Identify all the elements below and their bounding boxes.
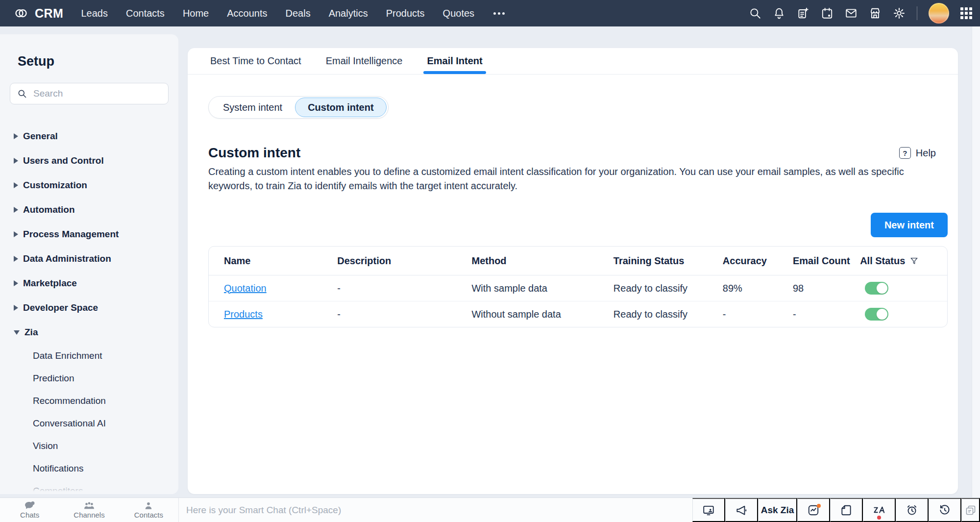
- tab-content: System intent Custom intent Custom inten…: [188, 75, 958, 327]
- cell-accuracy: -: [723, 301, 793, 327]
- chevron-right-icon: [14, 133, 18, 139]
- nav-leads[interactable]: Leads: [81, 8, 108, 19]
- nav-deals[interactable]: Deals: [286, 8, 311, 19]
- notification-dot: [817, 504, 821, 508]
- status-toggle[interactable]: [865, 308, 888, 321]
- cell-description: -: [337, 301, 471, 327]
- email-intent-panel: Best Time to Contact Email Intelligence …: [188, 48, 958, 494]
- sidebar-item-data-enrichment[interactable]: Data Enrichment: [14, 345, 178, 367]
- sidebar-item-conversational-ai[interactable]: Conversational AI: [14, 412, 178, 435]
- copied-items-icon[interactable]: [961, 498, 980, 522]
- intent-type-switch: System intent Custom intent: [208, 96, 389, 119]
- intent-link-quotation[interactable]: Quotation: [224, 283, 267, 294]
- calendar-icon[interactable]: [821, 7, 833, 20]
- avatar[interactable]: [929, 3, 949, 24]
- zia-insights-icon[interactable]: [797, 498, 830, 522]
- scrollbar-track[interactable]: [972, 26, 980, 497]
- search-input[interactable]: [32, 88, 161, 99]
- col-all-status: All Status: [860, 247, 947, 275]
- notes-icon[interactable]: [830, 498, 863, 522]
- help-link[interactable]: ? Help: [899, 147, 936, 159]
- table-row: Products - Without sample data Ready to …: [209, 301, 947, 327]
- chevron-right-icon: [14, 256, 18, 262]
- nav-products[interactable]: Products: [386, 8, 425, 19]
- bottombar: Chats Channels Contacts Ask Zia: [0, 497, 980, 522]
- marketplace-icon[interactable]: [869, 7, 882, 20]
- top-nav: Leads Contacts Home Accounts Deals Analy…: [81, 8, 506, 19]
- sidebar-item-customization[interactable]: Customization: [14, 173, 178, 198]
- topbar: CRM Leads Contacts Home Accounts Deals A…: [0, 0, 980, 26]
- chevron-right-icon: [14, 182, 18, 188]
- zoho-crm-logo-icon: [14, 6, 28, 21]
- tab-email-intelligence[interactable]: Email Intelligence: [326, 48, 403, 74]
- sidebar-item-marketplace[interactable]: Marketplace: [14, 271, 178, 296]
- sidebar-item-general[interactable]: General: [14, 124, 178, 149]
- sidebar-item-users-and-control[interactable]: Users and Control: [14, 149, 178, 173]
- sidebar-item-zia[interactable]: Zia: [14, 320, 178, 345]
- status-toggle[interactable]: [865, 282, 888, 295]
- zia-icon[interactable]: [863, 498, 896, 522]
- brand[interactable]: CRM: [14, 6, 63, 21]
- cell-email-count: -: [793, 301, 860, 327]
- filter-icon[interactable]: [909, 256, 919, 266]
- page-title: Custom intent: [208, 145, 300, 161]
- channels-button[interactable]: Channels: [59, 498, 119, 522]
- sidebar-item-vision[interactable]: Vision: [14, 435, 178, 457]
- contacts-button[interactable]: Contacts: [119, 498, 178, 522]
- apps-grid-icon[interactable]: [960, 7, 972, 19]
- nav-home[interactable]: Home: [183, 8, 209, 19]
- ask-zia-button[interactable]: Ask Zia: [758, 498, 797, 522]
- settings-gear-icon[interactable]: [893, 7, 906, 20]
- cell-method: Without sample data: [471, 301, 613, 327]
- sidebar-item-notifications[interactable]: Notifications: [14, 457, 178, 480]
- sidebar-item-prediction[interactable]: Prediction: [14, 367, 178, 390]
- sidebar-title: Setup: [18, 54, 178, 69]
- brand-name: CRM: [35, 6, 63, 21]
- sidebar-item-automation[interactable]: Automation: [14, 198, 178, 222]
- chevron-right-icon: [14, 231, 18, 237]
- search-icon: [17, 89, 27, 99]
- chat-bubble-icon: [24, 501, 35, 510]
- chats-button[interactable]: Chats: [0, 498, 59, 522]
- nav-accounts[interactable]: Accounts: [227, 8, 267, 19]
- chat-shortcuts: Chats Channels Contacts: [0, 498, 179, 522]
- sidebar-item-recommendation[interactable]: Recommendation: [14, 390, 178, 412]
- custom-intent-option[interactable]: Custom intent: [295, 98, 386, 117]
- sidebar-search[interactable]: [10, 83, 169, 104]
- sidebar-item-data-administration[interactable]: Data Administration: [14, 247, 178, 271]
- sidebar-item-process-management[interactable]: Process Management: [14, 222, 178, 247]
- intent-link-products[interactable]: Products: [224, 309, 263, 320]
- sidebar-item-competitors[interactable]: Competitors: [14, 480, 178, 494]
- zoho-crm-setup-screen: CRM Leads Contacts Home Accounts Deals A…: [0, 0, 980, 522]
- nav-quotes[interactable]: Quotes: [443, 8, 474, 19]
- new-intent-button[interactable]: New intent: [871, 213, 948, 237]
- cell-description: -: [337, 275, 471, 301]
- mail-icon[interactable]: [845, 7, 858, 20]
- system-intent-option[interactable]: System intent: [210, 98, 295, 117]
- col-email-count: Email Count: [793, 247, 860, 275]
- tab-best-time-to-contact[interactable]: Best Time to Contact: [210, 48, 301, 74]
- nav-analytics[interactable]: Analytics: [329, 8, 368, 19]
- feeds-icon[interactable]: [797, 7, 809, 20]
- search-icon[interactable]: [749, 7, 761, 20]
- announcement-icon[interactable]: [725, 498, 758, 522]
- sidebar-item-developer-space[interactable]: Developer Space: [14, 296, 178, 320]
- more-menu-icon[interactable]: [492, 9, 506, 18]
- topbar-actions: [749, 3, 972, 24]
- section-description: Creating a custom intent enables you to …: [208, 165, 914, 193]
- smart-chat-bar: [179, 498, 692, 522]
- setup-sidebar: Setup General Users and Control Customiz…: [0, 34, 178, 494]
- nav-contacts[interactable]: Contacts: [126, 8, 165, 19]
- section-header-row: Custom intent ? Help: [208, 145, 948, 161]
- smart-chat-input[interactable]: [185, 504, 692, 516]
- reminders-icon[interactable]: [896, 498, 929, 522]
- chevron-right-icon: [14, 158, 18, 164]
- notifications-bell-icon[interactable]: [773, 7, 785, 20]
- alert-dot: [877, 516, 881, 520]
- person-icon: [144, 501, 153, 510]
- screen-share-icon[interactable]: [692, 498, 725, 522]
- history-icon[interactable]: [929, 498, 961, 522]
- actions-row: New intent: [208, 213, 948, 237]
- table-header-row: Name Description Method Training Status …: [209, 247, 947, 275]
- tab-email-intent[interactable]: Email Intent: [427, 48, 482, 74]
